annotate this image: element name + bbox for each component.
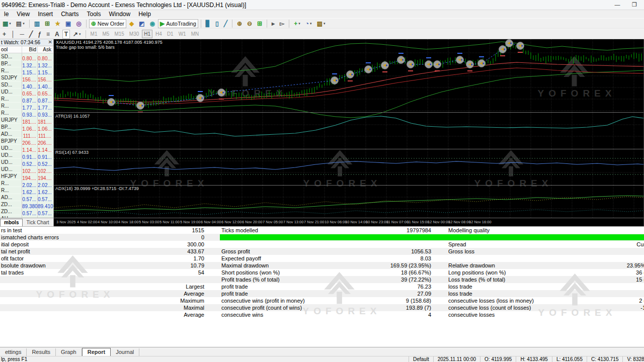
tab-report[interactable]: Report [82, 348, 111, 356]
menu-tools[interactable]: Tools [83, 10, 105, 18]
tab-tick-chart[interactable]: Tick Chart [23, 219, 52, 226]
market-watch-button[interactable]: ▥ [32, 19, 42, 28]
market-watch-row[interactable]: ZD...89.38089.410 [0, 201, 53, 208]
indicators-button[interactable]: + ▾ [292, 19, 302, 28]
periods-button[interactable]: ◔ ▾ [303, 19, 314, 28]
market-watch-row[interactable]: SDJPY156....156.... [0, 74, 53, 81]
menu-window[interactable]: Window [105, 10, 135, 18]
maximize-button[interactable]: ❒ [627, 0, 642, 10]
market-watch-row[interactable]: UD...0.91...0.91... [0, 152, 53, 159]
market-watch-row[interactable]: AD...111....111.... [0, 131, 53, 138]
market-watch-row[interactable]: R...2.02...2.02... [0, 180, 53, 187]
chart-shift-button[interactable]: ▻ [278, 19, 286, 28]
trendline-button[interactable]: ╱ [27, 30, 35, 39]
auto-scroll-button[interactable]: ▸ [270, 19, 277, 28]
timeframe-m1[interactable]: M1 [89, 30, 100, 38]
timeframe-d1[interactable]: D1 [165, 30, 176, 38]
tab-graph[interactable]: Graph [56, 348, 82, 356]
menu-file[interactable]: le [0, 10, 13, 18]
close-icon[interactable]: ✕ [48, 39, 52, 45]
market-watch-row[interactable]: BP...1.06...1.06... [0, 124, 53, 131]
fibonacci-button[interactable]: ƒ [36, 30, 43, 39]
arrows-button[interactable]: ↗ ▾ [71, 30, 83, 39]
symbol-cell: R... [0, 180, 22, 187]
column-bid[interactable]: Bid [22, 46, 38, 53]
report-value-2: 4 [347, 312, 431, 318]
time-axis[interactable]: 3 Nov 20254 Nov 02:004 Nov 10:004 Nov 18… [54, 218, 644, 226]
toolbar-icon: │ [11, 30, 15, 38]
title-bar: 9649962: Exness-Trial8 - Demo Account - … [0, 0, 644, 10]
market-watch-row[interactable]: UD...102....102.... [0, 166, 53, 173]
market-watch-row[interactable]: URJPY181....181.... [0, 117, 53, 124]
menu-insert[interactable]: Insert [34, 10, 57, 18]
market-watch-row[interactable]: BP...1.32...1.32... [0, 60, 53, 67]
data-window-button[interactable]: ⊞ [43, 19, 52, 28]
timeframe-m30[interactable]: M30 [127, 30, 141, 38]
timeframe-m15[interactable]: M15 [112, 30, 126, 38]
horizontal-line-button[interactable]: ─ [18, 30, 27, 39]
text-label-button[interactable]: T [62, 30, 70, 39]
new-order-button[interactable]: ⊕ New Order [89, 19, 126, 28]
new-chart-button[interactable]: ▦ ▾ [1, 19, 13, 28]
market-watch-row[interactable]: R...1.15...1.15... [0, 67, 53, 74]
market-watch-row[interactable]: SD...0.80...0.80... [0, 53, 53, 60]
menu-charts[interactable]: Charts [57, 10, 83, 18]
market-watch-row[interactable]: AD...0.57...0.57... [0, 194, 53, 201]
status-close: C: 4130.715 [587, 356, 623, 362]
tile-windows-button[interactable]: ⊞ [255, 19, 264, 28]
channel-button[interactable]: ≡ [44, 30, 52, 39]
market-watch-row[interactable]: SD...1.40...1.40... [0, 81, 53, 88]
refresh-button[interactable]: ◉ [148, 19, 157, 28]
tab-settings[interactable]: ettings [0, 348, 27, 356]
zoom-out-button[interactable]: ⊖ [245, 19, 254, 28]
strategy-tester-button[interactable]: ◎ [74, 19, 83, 28]
market-watch-row[interactable]: R...0.87...0.87... [0, 96, 53, 103]
timeframe-m5[interactable]: M5 [100, 30, 111, 38]
report-value-3: -1 [574, 305, 644, 311]
metaeditor-button[interactable]: ◆ [127, 19, 136, 28]
autotrading-button[interactable]: ▶ AutoTrading [158, 19, 198, 28]
toolbar-icon: ▯ [215, 20, 219, 28]
text-button[interactable]: A [53, 30, 61, 39]
menu-view[interactable]: View [13, 10, 34, 18]
market-watch-header: t Watch: 07:34:56 ✕ [0, 39, 53, 46]
market-watch-row[interactable]: R...1.77...1.77... [0, 103, 53, 110]
timeframe-h1[interactable]: H1 [142, 30, 152, 38]
minimize-button[interactable]: — [610, 0, 625, 10]
chart-canvas[interactable] [54, 39, 644, 218]
market-watch-row[interactable]: HFJPY194....194.... [0, 173, 53, 180]
timeframe-h4[interactable]: H4 [153, 30, 164, 38]
market-watch-row[interactable]: BPJPY206....206.... [0, 138, 53, 145]
crosshair-button[interactable]: + [1, 30, 8, 39]
tab-symbols[interactable]: mbols [0, 219, 23, 226]
market-watch-row[interactable]: UD...0.52...0.52... [0, 159, 53, 166]
toolbar-icon: ⊞ [257, 20, 262, 28]
report-value-2: 39 (72.22%) [347, 277, 431, 283]
print-button[interactable]: ▤ ▾ [14, 19, 27, 28]
report-value-1: 54 [129, 269, 204, 276]
timeframe-mn[interactable]: MN [189, 30, 201, 38]
market-watch-row[interactable]: ZD...0.57...0.57... [0, 208, 53, 215]
experts-button[interactable]: ◩ [137, 19, 146, 28]
tab-journal[interactable]: Journal [111, 348, 139, 356]
vertical-line-button[interactable]: │ [9, 30, 17, 39]
toolbar-separator [86, 20, 87, 28]
market-watch-row[interactable]: R...1.62...1.62... [0, 187, 53, 194]
chevron-down-icon: ▾ [79, 32, 81, 36]
tab-results[interactable]: Results [27, 348, 56, 356]
chart-area[interactable]: YOFOREX YOFOREX YOFOREX YOFOREX YOFOREX … [54, 39, 644, 226]
bar-chart-view-button[interactable]: ▊ [204, 19, 212, 28]
timeframe-w1[interactable]: W1 [177, 30, 188, 38]
menu-help[interactable]: Help [134, 10, 155, 18]
market-watch-row[interactable]: UD...1.14...1.14... [0, 145, 53, 152]
market-watch-row[interactable]: R...0.93...0.93... [0, 110, 53, 117]
candlestick-view-button[interactable]: ▯ [213, 19, 221, 28]
templates-button[interactable]: ▨ ▾ [315, 19, 328, 28]
line-chart-view-button[interactable]: ╱ [222, 19, 229, 28]
market-watch-row[interactable]: UD...0.65...0.65... [0, 88, 53, 96]
column-symbol[interactable]: ool [0, 46, 22, 53]
column-ask[interactable]: Ask [38, 46, 52, 53]
zoom-in-button[interactable]: ⊕ [235, 19, 244, 28]
terminal-button[interactable]: ▣ [63, 19, 73, 28]
navigator-button[interactable]: ★ [53, 19, 62, 28]
